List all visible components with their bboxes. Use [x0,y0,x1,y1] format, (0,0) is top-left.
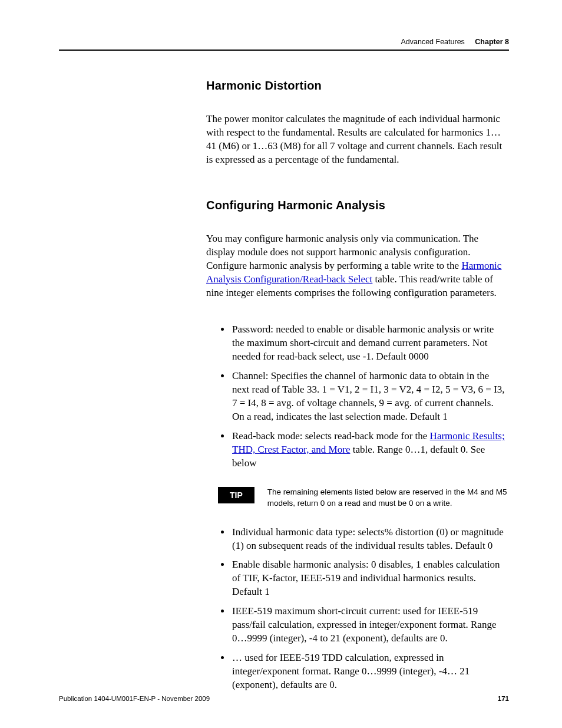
list-item: Enable disable harmonic analysis: 0 disa… [231,558,505,599]
tip-text: The remaining elements listed below are … [267,487,509,509]
li-readback-a: Read-back mode: selects read-back mode f… [232,430,430,442]
tip-box: TIP The remaining elements listed below … [218,487,509,509]
list-item: Read-back mode: selects read-back mode f… [231,430,505,470]
para-hd-intro: The power monitor calculates the magnitu… [206,113,509,167]
header-chapter: Chapter 8 [475,38,509,46]
heading-harmonic-distortion: Harmonic Distortion [206,79,509,93]
list-item: IEEE-519 maximum short-circuit current: … [231,605,505,645]
para-config-intro: You may configure harmonic analysis only… [206,232,509,300]
page-number: 171 [498,695,509,702]
config-list-2: Individual harmonic data type: selects% … [231,526,505,692]
page-header: Advanced Features Chapter 8 [59,38,509,51]
para-config-a: You may configure harmonic analysis only… [206,233,478,271]
tip-label: TIP [218,487,254,503]
list-item: Password: needed to enable or disable ha… [231,323,505,364]
list-item: Individual harmonic data type: selects% … [231,526,505,553]
publication-id: Publication 1404-UM001F-EN-P - November … [59,695,210,702]
config-list-1: Password: needed to enable or disable ha… [231,323,505,470]
list-item: … used for IEEE-519 TDD calculation, exp… [231,651,505,692]
page-footer: Publication 1404-UM001F-EN-P - November … [59,695,509,702]
list-item: Channel: Specifies the channel of harmon… [231,370,505,424]
header-section: Advanced Features [401,38,464,46]
heading-configuring: Configuring Harmonic Analysis [206,199,509,212]
main-content: Harmonic Distortion The power monitor ca… [206,79,509,692]
